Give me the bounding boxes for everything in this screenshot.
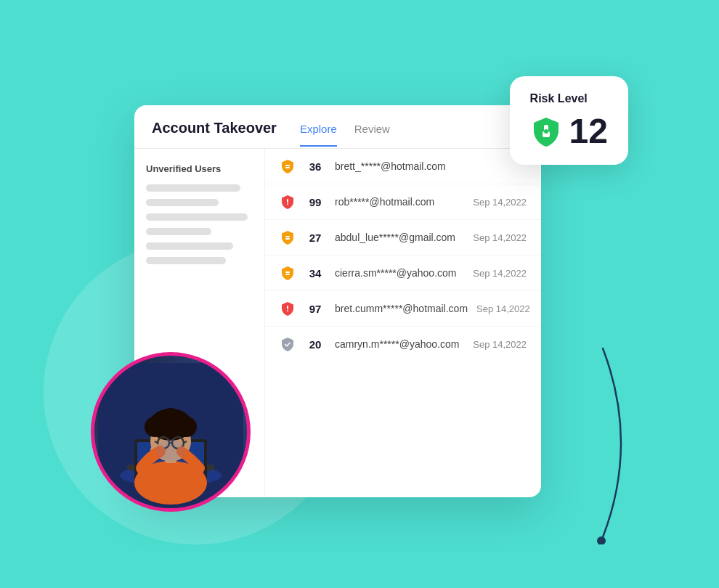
person-photo xyxy=(91,352,251,512)
row-date: Sep 14,2022 xyxy=(473,339,527,350)
shield-high-icon xyxy=(280,194,296,210)
risk-card-title: Risk Level xyxy=(530,92,608,105)
shield-medium-icon xyxy=(280,265,296,281)
shield-medium-icon xyxy=(280,158,296,174)
table-row[interactable]: 36 brett_*****@hotmail.com xyxy=(265,149,541,184)
svg-rect-8 xyxy=(285,274,290,275)
user-email: rob*****@hotmail.com xyxy=(335,196,464,208)
svg-rect-5 xyxy=(285,236,290,237)
user-email: abdul_lue*****@gmail.com xyxy=(335,232,464,243)
sidebar-bar xyxy=(146,228,211,235)
svg-rect-3 xyxy=(287,199,288,203)
shield-medium-icon xyxy=(280,229,296,245)
user-email: brett_*****@hotmail.com xyxy=(335,160,518,172)
sidebar-bar xyxy=(146,257,226,264)
table-row[interactable]: 97 bret.cumm*****@hotmail.com Sep 14,202… xyxy=(265,291,541,327)
tab-review[interactable]: Review xyxy=(354,123,390,147)
card-header: Account Takeover Explore Review xyxy=(134,105,541,149)
svg-point-26 xyxy=(153,415,167,430)
risk-score: 36 xyxy=(304,160,326,173)
svg-point-13 xyxy=(544,129,548,134)
user-email: cierra.sm*****@yahoo.com xyxy=(335,267,464,279)
svg-rect-4 xyxy=(287,203,288,205)
tab-explore[interactable]: Explore xyxy=(300,123,337,147)
svg-rect-7 xyxy=(285,271,290,273)
risk-number: 12 xyxy=(569,114,608,149)
sidebar-title: Unverified Users xyxy=(146,163,253,174)
risk-score: 20 xyxy=(304,338,326,351)
sidebar-bar xyxy=(146,184,240,192)
svg-rect-2 xyxy=(285,167,290,168)
svg-rect-6 xyxy=(285,238,290,240)
table-row[interactable]: 99 rob*****@hotmail.com Sep 14,2022 xyxy=(265,184,541,220)
svg-point-27 xyxy=(174,415,189,430)
tabs: Explore Review xyxy=(300,123,390,146)
row-date: Sep 14,2022 xyxy=(473,232,527,243)
user-email: camryn.m*****@yahoo.com xyxy=(335,338,464,350)
risk-card-content: 12 xyxy=(530,114,608,149)
risk-score: 99 xyxy=(304,196,326,208)
svg-point-34 xyxy=(156,439,185,461)
sidebar-bars xyxy=(146,184,253,264)
svg-rect-10 xyxy=(287,310,288,311)
person-illustration xyxy=(98,363,243,508)
risk-score: 34 xyxy=(304,267,326,279)
svg-point-0 xyxy=(597,536,606,544)
svg-rect-1 xyxy=(285,165,290,166)
risk-shield-icon xyxy=(530,115,562,147)
user-email: bret.cumm*****@hotmail.com xyxy=(335,303,468,314)
shield-low-icon xyxy=(280,336,296,352)
risk-score: 97 xyxy=(304,303,326,315)
risk-score: 27 xyxy=(304,232,326,244)
table-row[interactable]: 20 camryn.m*****@yahoo.com Sep 14,2022 xyxy=(265,327,541,362)
shield-high-icon xyxy=(280,301,296,317)
row-date: Sep 14,2022 xyxy=(476,303,530,314)
main-container: Account Takeover Explore Review Unverifi… xyxy=(76,62,643,526)
sidebar-bar xyxy=(146,213,248,221)
sidebar-bar xyxy=(146,199,219,206)
table-row[interactable]: 27 abdul_lue*****@gmail.com Sep 14,2022 xyxy=(265,220,541,256)
table-area: 36 brett_*****@hotmail.com 99 rob***** xyxy=(265,149,541,497)
risk-card: Risk Level 12 xyxy=(510,76,628,165)
svg-rect-9 xyxy=(287,306,288,309)
table-row[interactable]: 34 cierra.sm*****@yahoo.com Sep 14,2022 xyxy=(265,256,541,291)
row-date: Sep 14,2022 xyxy=(473,268,527,279)
card-title: Account Takeover xyxy=(152,120,277,148)
sidebar-bar xyxy=(146,242,233,250)
row-date: Sep 14,2022 xyxy=(473,197,527,208)
